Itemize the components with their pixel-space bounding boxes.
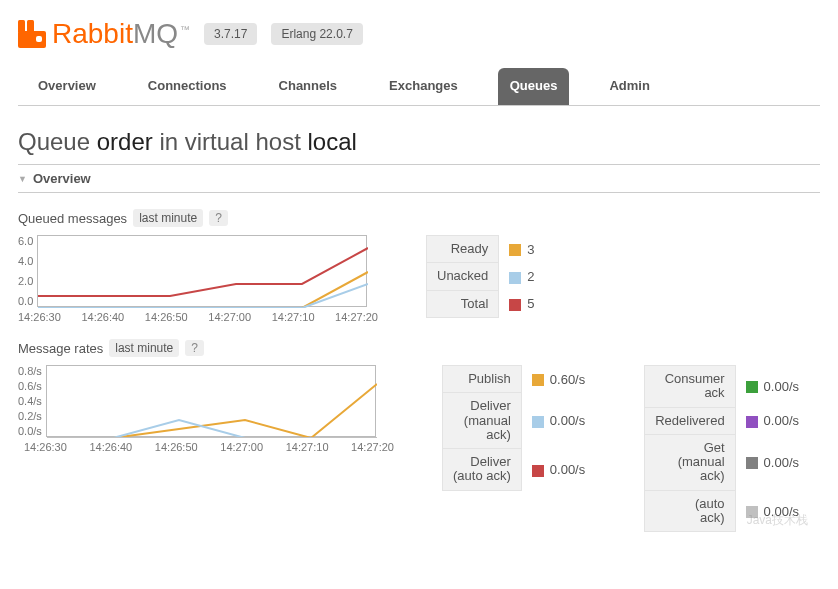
nav-tabs: Overview Connections Channels Exchanges … — [18, 68, 820, 106]
swatch-total — [509, 299, 521, 311]
rabbitmq-icon — [18, 20, 46, 48]
legend-get-auto-label: (auto ack) — [645, 490, 735, 532]
erlang-badge: Erlang 22.0.7 — [271, 23, 362, 45]
swatch-redelivered — [746, 416, 758, 428]
tab-queues[interactable]: Queues — [498, 68, 570, 105]
tab-exchanges[interactable]: Exchanges — [377, 68, 470, 105]
legend-get-manual-label: Get (manual ack) — [645, 434, 735, 490]
title-queue-name: order — [97, 128, 153, 155]
legend-ready-value: 3 — [527, 242, 534, 257]
title-vhost: local — [308, 128, 357, 155]
legend-ready-label: Ready — [427, 236, 499, 263]
section-overview-label: Overview — [33, 171, 91, 186]
page-title: Queue order in virtual host local — [18, 128, 820, 156]
chart-xaxis: 14:26:3014:26:4014:26:5014:27:0014:27:10… — [24, 441, 394, 453]
trademark: ™ — [180, 24, 190, 35]
swatch-publish — [532, 374, 544, 386]
help-icon[interactable]: ? — [185, 340, 204, 356]
chart-yaxis: 6.04.02.00.0 — [18, 235, 37, 307]
swatch-consumer-ack — [746, 381, 758, 393]
rates-title: Message rates — [18, 341, 103, 356]
tab-channels[interactable]: Channels — [267, 68, 350, 105]
help-icon[interactable]: ? — [209, 210, 228, 226]
legend-publish-value: 0.60/s — [550, 372, 585, 387]
rates-legend-right: Consumer ack 0.00/s Redelivered 0.00/s G… — [644, 365, 810, 532]
tab-admin[interactable]: Admin — [597, 68, 661, 105]
legend-redelivered-label: Redelivered — [645, 407, 735, 434]
brand-text-b: MQ — [133, 18, 178, 50]
legend-deliver-auto-value: 0.00/s — [550, 462, 585, 477]
message-rates-header: Message rates last minute ? — [18, 339, 820, 357]
legend-unacked-value: 2 — [527, 269, 534, 284]
tab-overview[interactable]: Overview — [26, 68, 108, 105]
header: RabbitMQ™ 3.7.17 Erlang 22.0.7 — [18, 18, 820, 50]
chart-xaxis: 14:26:3014:26:4014:26:5014:27:0014:27:10… — [18, 311, 378, 323]
version-badge: 3.7.17 — [204, 23, 257, 45]
queued-chart: 6.04.02.00.0 — [18, 235, 378, 307]
legend-deliver-manual-value: 0.00/s — [550, 413, 585, 428]
legend-redelivered-value: 0.00/s — [764, 413, 799, 428]
logo[interactable]: RabbitMQ™ — [18, 18, 190, 50]
chevron-down-icon: ▼ — [18, 174, 27, 184]
legend-deliver-manual-label: Deliver (manual ack) — [443, 393, 522, 449]
chart-yaxis: 0.8/s0.6/s0.4/s0.2/s0.0/s — [18, 365, 46, 437]
swatch-ready — [509, 244, 521, 256]
swatch-unacked — [509, 272, 521, 284]
chart-plot-area — [37, 235, 367, 307]
tab-connections[interactable]: Connections — [136, 68, 239, 105]
brand-text-a: Rabbit — [52, 18, 133, 50]
queued-title: Queued messages — [18, 211, 127, 226]
legend-consumer-ack-label: Consumer ack — [645, 366, 735, 408]
rates-legend-left: Publish 0.60/s Deliver (manual ack) 0.00… — [442, 365, 596, 491]
swatch-get-auto — [746, 506, 758, 518]
legend-unacked-label: Unacked — [427, 263, 499, 290]
rates-chart: 0.8/s0.6/s0.4/s0.2/s0.0/s — [18, 365, 394, 437]
legend-consumer-ack-value: 0.00/s — [764, 379, 799, 394]
legend-total-label: Total — [427, 290, 499, 317]
rates-range[interactable]: last minute — [109, 339, 179, 357]
title-pre: Queue — [18, 128, 97, 155]
swatch-deliver-auto — [532, 465, 544, 477]
section-overview-header[interactable]: ▼ Overview — [18, 164, 820, 193]
legend-deliver-auto-label: Deliver (auto ack) — [443, 449, 522, 491]
title-mid: in virtual host — [153, 128, 308, 155]
swatch-deliver-manual — [532, 416, 544, 428]
legend-get-manual-value: 0.00/s — [764, 455, 799, 470]
legend-total-value: 5 — [527, 296, 534, 311]
queued-range[interactable]: last minute — [133, 209, 203, 227]
svg-rect-3 — [36, 36, 42, 42]
queued-legend: Ready 3 Unacked 2 Total 5 — [426, 235, 546, 318]
legend-publish-label: Publish — [443, 366, 522, 393]
legend-get-auto-value: 0.00/s — [764, 504, 799, 519]
queued-messages-header: Queued messages last minute ? — [18, 209, 820, 227]
swatch-get-manual — [746, 457, 758, 469]
chart-plot-area — [46, 365, 376, 437]
